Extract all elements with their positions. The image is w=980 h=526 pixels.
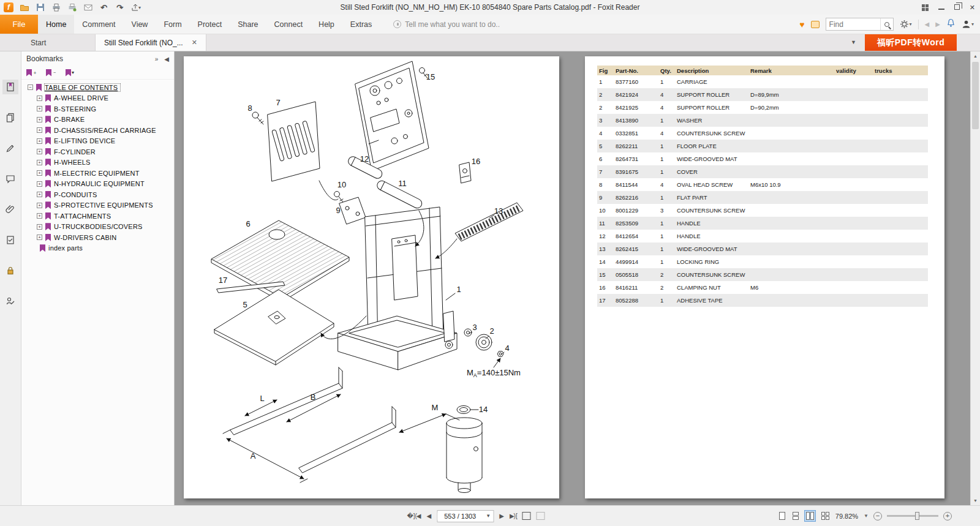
zoom-caret-icon[interactable]: ▼ <box>864 513 869 519</box>
bookmark-item[interactable]: +C-BRAKE <box>21 115 174 126</box>
like-heart-icon[interactable]: ♥ <box>799 20 804 29</box>
redo-icon[interactable]: ↷ <box>115 2 125 13</box>
share-doc-icon[interactable]: ▾ <box>130 2 141 13</box>
tell-me-text[interactable]: Tell me what you want to do.. <box>405 20 500 29</box>
zoom-out-button[interactable]: − <box>873 512 882 520</box>
expander-icon[interactable]: + <box>37 192 42 197</box>
menu-connect[interactable]: Connect <box>266 15 311 34</box>
page-thumbnails-icon[interactable] <box>2 110 18 125</box>
scroll-thumb[interactable] <box>972 62 979 129</box>
bookmark-item[interactable]: +A-WHEEL DRIVE <box>21 93 174 104</box>
facing-view-icon[interactable] <box>805 511 815 521</box>
first-page-button[interactable]: �](◀ <box>407 513 421 519</box>
digital-signature-icon[interactable] <box>2 294 18 309</box>
continuous-view-icon[interactable] <box>791 511 800 521</box>
email-icon[interactable] <box>83 2 93 13</box>
bookmark-options-icon[interactable]: ▾ <box>66 69 74 77</box>
vertical-scrollbar[interactable]: ▲ ▼ <box>970 51 980 505</box>
quick-tools-icon[interactable] <box>811 21 820 28</box>
settings-dropdown[interactable]: ▾ <box>900 20 912 29</box>
bookmark-item[interactable]: +M-ELECTRIC EQUIPMENT <box>21 168 174 179</box>
pdf-to-word-promo-button[interactable]: 福昕PDF转Word <box>865 34 957 51</box>
bookmark-label[interactable]: index parts <box>48 244 83 252</box>
bookmark-item[interactable]: +E-LIFTING DEVICE <box>21 136 174 147</box>
minimize-button[interactable] <box>938 4 944 11</box>
bookmark-root[interactable]: − TABLE OF CONTENTS <box>21 82 174 93</box>
expander-icon[interactable]: + <box>37 213 42 219</box>
expander-icon[interactable]: + <box>37 203 42 208</box>
expander-icon[interactable]: + <box>37 181 42 187</box>
menu-view[interactable]: View <box>124 15 156 34</box>
bookmarks-panel-icon[interactable] <box>2 80 18 94</box>
expander-icon[interactable]: − <box>28 85 33 90</box>
attachments-icon[interactable] <box>2 202 18 217</box>
bookmark-item[interactable]: +D-CHASSIS/REACH CARRIAGE <box>21 125 174 136</box>
menu-share[interactable]: Share <box>230 15 266 34</box>
expander-icon[interactable]: + <box>37 127 42 133</box>
foxit-logo-icon[interactable]: f <box>4 2 13 12</box>
menu-file[interactable]: File <box>0 15 38 34</box>
tab-close-icon[interactable]: ✕ <box>192 39 197 47</box>
save-icon[interactable] <box>35 2 45 13</box>
menu-form[interactable]: Form <box>156 15 189 34</box>
comments-icon[interactable] <box>2 171 18 186</box>
annotations-icon[interactable] <box>2 141 18 156</box>
bookmarks-collapse-panel-icon[interactable]: ◀ <box>164 56 169 62</box>
bookmark-item[interactable]: +W-DRIVERS CABIN <box>21 232 174 243</box>
open-file-icon[interactable] <box>19 2 29 13</box>
page-box-caret-icon[interactable]: ▼ <box>483 513 493 519</box>
form-fields-icon[interactable] <box>2 233 18 247</box>
bookmark-label[interactable]: TABLE OF CONTENTS <box>45 84 120 91</box>
menu-help[interactable]: Help <box>311 15 342 34</box>
find-input[interactable] <box>826 18 880 30</box>
zoom-slider[interactable] <box>887 515 938 517</box>
tab-overflow-caret-icon[interactable]: ▼ <box>851 39 856 45</box>
apps-grid-icon[interactable] <box>922 4 929 11</box>
tab-document[interactable]: Still Sted Forklift (NO_... ✕ <box>96 34 206 51</box>
bookmark-item[interactable]: +F-CYLINDER <box>21 146 174 157</box>
menu-home[interactable]: Home <box>38 15 74 34</box>
bookmark-item[interactable]: +P-CONDUITS <box>21 189 174 200</box>
print-icon[interactable] <box>51 2 61 13</box>
expander-icon[interactable]: + <box>37 96 42 101</box>
close-button[interactable]: ✕ <box>970 4 975 12</box>
menu-comment[interactable]: Comment <box>74 15 123 34</box>
expander-icon[interactable]: + <box>37 170 42 176</box>
clipboard-icon[interactable] <box>537 512 545 520</box>
expander-icon[interactable]: + <box>37 235 42 240</box>
history-back-icon[interactable]: ◀ <box>925 21 930 28</box>
continuous-facing-view-icon[interactable] <box>820 511 831 521</box>
security-lock-icon[interactable] <box>2 263 18 278</box>
menu-protect[interactable]: Protect <box>190 15 230 34</box>
bookmark-item[interactable]: +U-TRUCKBODIES/COVERS <box>21 222 174 233</box>
snapshot-icon[interactable] <box>522 512 531 520</box>
bookmark-item[interactable]: +S-PROTECTIVE EQUIPMENTS <box>21 200 174 211</box>
find-search-button[interactable] <box>880 18 893 30</box>
undo-icon[interactable]: ↶ <box>99 2 109 13</box>
history-forward-icon[interactable]: ▶ <box>935 21 940 28</box>
expander-icon[interactable]: + <box>37 224 42 230</box>
scroll-up-icon[interactable]: ▲ <box>971 51 980 61</box>
menu-extras[interactable]: Extras <box>342 15 380 34</box>
zoom-slider-thumb[interactable] <box>915 512 919 520</box>
bookmark-item[interactable]: +T-ATTACHMENTS <box>21 211 174 222</box>
restore-button[interactable] <box>954 4 960 11</box>
quick-print-icon[interactable] <box>67 2 77 13</box>
next-page-button[interactable]: ▶ <box>499 513 504 519</box>
bookmark-collapse-all-icon[interactable]: － <box>46 69 57 77</box>
scroll-down-icon[interactable]: ▼ <box>971 496 980 505</box>
zoom-in-button[interactable]: + <box>943 512 952 520</box>
bookmarks-expand-icon[interactable]: » <box>155 56 159 62</box>
bookmark-index-parts[interactable]: index parts <box>21 243 174 254</box>
expander-icon[interactable]: + <box>37 106 42 111</box>
page-number-input[interactable] <box>437 513 483 520</box>
bookmark-expand-all-icon[interactable]: ＋ <box>26 69 37 77</box>
expander-icon[interactable]: + <box>37 149 42 154</box>
expander-icon[interactable]: + <box>37 138 42 144</box>
last-page-button[interactable]: ▶)[ <box>510 513 517 519</box>
document-area[interactable]: 1587121110916136175132414LBMAMA=140±15Nm… <box>175 51 980 505</box>
bookmark-item[interactable]: +N-HYDRAULIC EQUIPMENT <box>21 179 174 190</box>
expander-icon[interactable]: + <box>37 160 42 165</box>
bookmark-item[interactable]: +H-WHEELS <box>21 157 174 168</box>
bookmark-item[interactable]: +B-STEERING <box>21 103 174 115</box>
